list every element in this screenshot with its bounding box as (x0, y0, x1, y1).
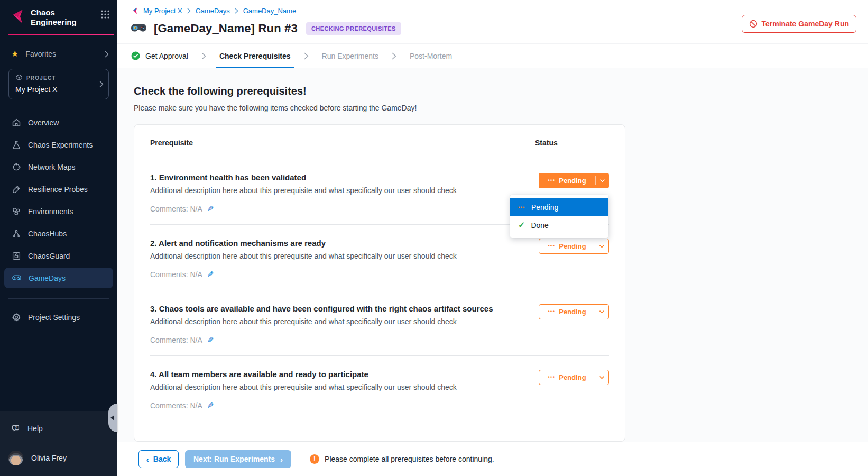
run-stepper: Get Approval Check Prerequisites Run Exp… (117, 43, 868, 68)
home-icon (12, 118, 21, 127)
avatar (8, 451, 23, 465)
network-map-icon (12, 162, 21, 172)
sidebar-item-label: ChaosGuard (28, 252, 70, 260)
status-badge: CHECKING PREREQUISITES (306, 22, 401, 35)
chevron-down-icon[interactable] (595, 244, 608, 248)
sidebar-item-help[interactable]: ? Help (0, 416, 117, 441)
sidebar: Chaos Engineering ★ Favorites PROJECT (0, 0, 117, 476)
chevron-right-icon (99, 81, 104, 88)
pending-dots-icon: ••• (518, 205, 525, 210)
sidebar-item-gamedays[interactable]: GameDays (4, 268, 113, 288)
project-selector[interactable]: PROJECT My Project X (8, 69, 109, 99)
sidebar-item-chaosguard[interactable]: ChaosGuard (4, 245, 113, 266)
star-icon: ★ (11, 50, 19, 58)
status-dropdown-button[interactable]: •••Pending (539, 304, 609, 319)
shield-lock-icon (12, 251, 21, 261)
breadcrumb-gameday-name[interactable]: GameDay_Name (243, 7, 296, 15)
sidebar-item-label: Resilience Probes (28, 185, 88, 194)
chevron-right-icon (105, 51, 109, 58)
sidebar-divider (8, 298, 109, 299)
comments-row: Comments: N/A ✎ (150, 401, 519, 410)
project-label: PROJECT (26, 75, 56, 81)
comments-row: Comments: N/A ✎ (150, 204, 519, 214)
sidebar-item-chaos-experiments[interactable]: Chaos Experiments (4, 134, 113, 155)
help-chat-icon: ? (12, 424, 21, 433)
prerequisites-card: Prerequisite Status 1. Environment healt… (134, 124, 625, 442)
prerequisite-title: 1. Environment health has been validated (150, 173, 519, 182)
user-profile[interactable]: Olivia Frey (0, 443, 117, 476)
sidebar-item-environments[interactable]: Environments (4, 201, 113, 222)
sidebar-item-overview[interactable]: Overview (4, 112, 113, 133)
status-dropdown-button[interactable]: •••Pending (539, 370, 609, 385)
step-run-experiments[interactable]: Run Experiments (322, 44, 378, 68)
edit-pencil-icon[interactable]: ✎ (207, 204, 214, 214)
page-title: [GameDay_Name] Run #3 (154, 22, 298, 35)
content-heading: Check the following prerequisites! (134, 85, 868, 97)
status-dropdown-button[interactable]: •••Pending (539, 173, 609, 188)
prerequisite-description: Additional description here about this p… (150, 317, 519, 326)
pending-dots-icon: ••• (548, 178, 555, 183)
page-header: My Project X GameDays GameDay_Name [Game… (117, 0, 868, 43)
check-circle-icon (131, 51, 140, 60)
status-dropdown-button[interactable]: •••Pending (539, 239, 609, 254)
sidebar-item-chaoshubs[interactable]: ChaosHubs (4, 223, 113, 244)
dropdown-option-done[interactable]: ✓ Done (510, 216, 608, 234)
collapse-arrow-icon (110, 415, 114, 420)
footer-bar: ‹ Back Next: Run Experiments › ! Please … (117, 442, 868, 476)
pending-dots-icon: ••• (548, 375, 555, 380)
chevron-right-icon (392, 52, 396, 60)
content-area: Check the following prerequisites! Pleas… (117, 68, 868, 475)
edit-pencil-icon[interactable]: ✎ (207, 270, 214, 279)
sidebar-item-project-settings[interactable]: Project Settings (0, 308, 117, 327)
sidebar-item-resilience-probes[interactable]: Resilience Probes (4, 179, 113, 199)
prerequisite-description: Additional description here about this p… (150, 383, 519, 391)
chevron-right-icon (304, 52, 309, 60)
sidebar-item-favorites[interactable]: ★ Favorites (0, 50, 117, 58)
step-get-approval[interactable]: Get Approval (131, 44, 188, 68)
prerequisite-description: Additional description here about this p… (150, 186, 519, 195)
edit-pencil-icon[interactable]: ✎ (207, 335, 214, 345)
chevron-down-icon[interactable] (595, 376, 608, 379)
gear-icon (12, 313, 21, 322)
breadcrumb: My Project X GameDays GameDay_Name (131, 7, 855, 15)
step-post-mortem[interactable]: Post-Mortem (410, 44, 452, 68)
col-status: Status (535, 139, 609, 147)
check-icon: ✓ (518, 221, 525, 230)
brand-name: Chaos Engineering (31, 8, 95, 27)
content-subheading: Please make sure you have the following … (134, 104, 868, 112)
prerequisite-title: 4. All team members are available and re… (150, 370, 519, 379)
step-check-prerequisites[interactable]: Check Prerequisites (219, 44, 291, 68)
brand: Chaos Engineering (0, 0, 117, 32)
sidebar-nav: Overview Chaos Experiments Network Maps … (0, 112, 117, 288)
chevron-right-icon (201, 52, 206, 60)
cube-icon (15, 74, 23, 81)
prerequisite-description: Additional description here about this p… (150, 252, 519, 260)
gamepad-icon (12, 273, 22, 283)
prohibit-icon (749, 20, 758, 28)
warning-text: Please complete all prerequisites before… (325, 455, 494, 463)
sidebar-collapse-handle[interactable] (108, 404, 117, 432)
chevron-left-icon: ‹ (146, 455, 149, 463)
user-name: Olivia Frey (31, 454, 67, 462)
terminate-gameday-button[interactable]: Terminate GameDay Run (742, 15, 856, 33)
col-prerequisite: Prerequisite (150, 139, 535, 147)
back-button[interactable]: ‹ Back (138, 450, 179, 468)
pending-dots-icon: ••• (548, 309, 555, 314)
next-run-experiments-button[interactable]: Next: Run Experiments › (185, 450, 291, 468)
chevron-right-icon (235, 8, 238, 14)
breadcrumb-gamedays[interactable]: GameDays (196, 7, 230, 15)
main-area: My Project X GameDays GameDay_Name [Game… (117, 0, 868, 476)
flask-icon (12, 140, 21, 150)
dropdown-option-pending[interactable]: ••• Pending (510, 198, 608, 216)
prerequisite-title: 2. Alert and notification mechanisms are… (150, 239, 519, 248)
apps-grid-icon[interactable] (100, 10, 110, 19)
chevron-down-icon[interactable] (596, 179, 609, 182)
chevron-down-icon[interactable] (595, 310, 608, 314)
chaos-mini-logo-icon (131, 7, 138, 15)
table-header: Prerequisite Status (150, 139, 609, 147)
breadcrumb-project[interactable]: My Project X (143, 7, 182, 15)
favorites-label: Favorites (25, 50, 98, 58)
sidebar-item-network-maps[interactable]: Network Maps (4, 157, 113, 177)
help-label: Help (27, 424, 43, 433)
edit-pencil-icon[interactable]: ✎ (207, 401, 214, 410)
